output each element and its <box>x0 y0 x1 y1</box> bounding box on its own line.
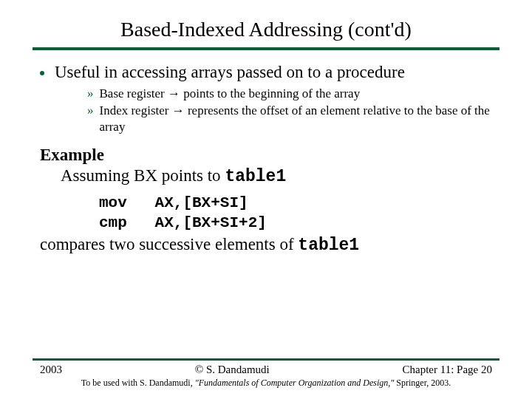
example-after-text: compares two successive elements of <box>40 235 298 253</box>
bullet-dot-icon <box>40 71 44 75</box>
sub-bullet-item: » Base register → points to the beginnin… <box>87 86 492 101</box>
footer-cite-pre: To be used with S. Dandamudi, <box>81 378 195 388</box>
footer-author: © S. Dandamudi <box>195 364 270 376</box>
sub-bullet-list: » Base register → points to the beginnin… <box>87 86 492 134</box>
footer-page: Chapter 11: Page 20 <box>402 364 492 376</box>
bullet-text: Useful in accessing arrays passed on to … <box>55 62 492 83</box>
code-inline: table1 <box>225 167 286 186</box>
content-area: Useful in accessing arrays passed on to … <box>0 50 532 256</box>
footer-year: 2003 <box>40 364 62 376</box>
code-line: mov AX,[BX+SI] <box>99 193 492 213</box>
example-assume-text: Assuming BX points to <box>61 166 225 185</box>
slide-title: Based-Indexed Addressing (cont'd) <box>0 0 532 47</box>
example-after-line: compares two successive elements of tabl… <box>40 234 492 256</box>
raquo-icon: » <box>87 86 94 101</box>
footer-citation: To be used with S. Dandamudi, "Fundament… <box>0 378 532 389</box>
example-block: Example Assuming BX points to table1 mov… <box>40 145 492 256</box>
code-block: mov AX,[BX+SI] cmp AX,[BX+SI+2] <box>99 193 492 233</box>
footer-cite-post: Springer, 2003. <box>394 378 451 388</box>
footer: 2003 © S. Dandamudi Chapter 11: Page 20 … <box>0 358 532 389</box>
footer-row: 2003 © S. Dandamudi Chapter 11: Page 20 <box>0 361 532 376</box>
arrow-icon: → <box>168 86 180 100</box>
example-heading: Example <box>40 145 492 166</box>
sub-bullet-text: Base register → points to the beginning … <box>100 86 361 101</box>
footer-cite-title: "Fundamentals of Computer Organization a… <box>195 378 395 388</box>
sub-text-pre: Index register <box>100 103 172 117</box>
sub-bullet-item: » Index register → represents the offset… <box>87 103 492 134</box>
example-assume-line: Assuming BX points to table1 <box>61 166 492 187</box>
arrow-icon: → <box>172 103 185 117</box>
sub-text-pre: Base register <box>100 86 168 100</box>
bullet-item: Useful in accessing arrays passed on to … <box>40 62 492 83</box>
code-inline: table1 <box>298 236 359 255</box>
code-line: cmp AX,[BX+SI+2] <box>99 213 492 233</box>
raquo-icon: » <box>87 103 94 118</box>
sub-bullet-text: Index register → represents the offset o… <box>100 103 493 134</box>
sub-text-post: points to the beginning of the array <box>180 86 360 100</box>
